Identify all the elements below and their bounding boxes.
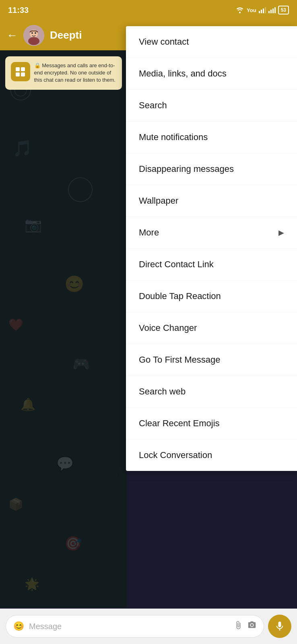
menu-item-media-links-docs[interactable]: Media, links, and docs (126, 58, 297, 90)
svg-text:🌟: 🌟 (25, 577, 40, 591)
message-placeholder[interactable]: Message (29, 622, 229, 631)
attach-button[interactable] (234, 621, 243, 632)
svg-rect-7 (272, 8, 274, 13)
mic-icon (274, 621, 285, 632)
battery-icon: 53 (278, 6, 289, 14)
mic-button[interactable] (268, 615, 291, 638)
svg-rect-4 (265, 7, 266, 13)
back-button[interactable]: ← (6, 29, 18, 42)
context-menu: View contactMedia, links, and docsSearch… (126, 26, 297, 471)
menu-item-disappearing-messages[interactable]: Disappearing messages (126, 153, 297, 185)
menu-label-lock-conversation: Lock Conversation (139, 450, 212, 460)
message-input-field[interactable]: 😊 Message (6, 615, 264, 638)
svg-text:🔔: 🔔 (21, 397, 36, 412)
menu-item-mute-notifications[interactable]: Mute notifications (126, 122, 297, 153)
menu-item-search-web[interactable]: Search web (126, 376, 297, 408)
svg-point-0 (239, 12, 241, 13)
menu-label-wallpaper: Wallpaper (139, 196, 178, 206)
menu-item-search[interactable]: Search (126, 90, 297, 122)
status-bar: 11:33 You 53 (0, 0, 297, 20)
status-icons: You 53 (235, 6, 289, 14)
security-notice: 🔒 Messages and calls are end-to-end encr… (5, 56, 122, 90)
svg-point-17 (68, 178, 92, 202)
avatar-image (23, 25, 44, 46)
menu-label-clear-recent-emojis: Clear Recent Emojis (139, 418, 220, 429)
svg-rect-6 (270, 10, 272, 13)
menu-label-more: More (139, 227, 159, 238)
menu-item-voice-changer[interactable]: Voice Changer (126, 312, 297, 344)
status-time: 11:33 (8, 6, 29, 15)
chat-background: 🎵 📷 😊 ❤️ 🎮 🔔 💬 📦 🎯 🌟 (0, 50, 127, 608)
security-message: Messages and calls are end-to-end encryp… (34, 62, 116, 83)
menu-label-search-web: Search web (139, 386, 186, 397)
camera-button[interactable] (248, 621, 256, 632)
menu-item-lock-conversation[interactable]: Lock Conversation (126, 440, 297, 471)
signal-icon1 (259, 7, 266, 13)
grid-icon (16, 67, 25, 76)
menu-item-view-contact[interactable]: View contact (126, 26, 297, 58)
svg-text:😊: 😊 (64, 275, 85, 293)
emoji-button[interactable]: 😊 (13, 621, 24, 632)
menu-label-search: Search (139, 100, 167, 111)
svg-text:❤️: ❤️ (8, 318, 24, 332)
svg-rect-2 (261, 10, 262, 13)
menu-item-clear-recent-emojis[interactable]: Clear Recent Emojis (126, 408, 297, 440)
chevron-right-icon: ▶ (278, 228, 284, 237)
svg-text:🎮: 🎮 (72, 355, 90, 372)
svg-text:📷: 📷 (25, 216, 42, 233)
svg-point-13 (35, 32, 36, 34)
menu-label-go-to-first-message: Go To First Message (139, 355, 221, 365)
lock-icon-inline: 🔒 (34, 62, 41, 68)
menu-label-disappearing-messages: Disappearing messages (139, 164, 234, 174)
menu-item-double-tap-reaction[interactable]: Double Tap Reaction (126, 281, 297, 312)
chat-content-area: 🔒 Messages and calls are end-to-end encr… (0, 50, 127, 101)
menu-item-direct-contact-link[interactable]: Direct Contact Link (126, 249, 297, 281)
svg-text:💬: 💬 (56, 455, 74, 472)
menu-item-more[interactable]: More▶ (126, 217, 297, 249)
menu-label-media-links-docs: Media, links, and docs (139, 68, 227, 79)
menu-label-mute-notifications: Mute notifications (139, 132, 208, 142)
svg-point-12 (31, 32, 33, 34)
svg-rect-3 (263, 8, 264, 13)
menu-item-go-to-first-message[interactable]: Go To First Message (126, 344, 297, 376)
svg-text:🎵: 🎵 (12, 139, 33, 158)
menu-label-double-tap-reaction: Double Tap Reaction (139, 291, 221, 301)
input-bar: 😊 Message (0, 609, 297, 644)
menu-label-voice-changer: Voice Changer (139, 323, 197, 333)
security-icon-box (11, 62, 30, 81)
network-icon: You (247, 7, 256, 13)
menu-label-view-contact: View contact (139, 37, 189, 47)
wifi-icon (235, 7, 244, 13)
signal-icon2 (268, 7, 276, 13)
security-text: 🔒 Messages and calls are end-to-end encr… (34, 62, 116, 84)
svg-text:🎯: 🎯 (64, 535, 82, 552)
menu-label-direct-contact-link: Direct Contact Link (139, 259, 214, 270)
svg-rect-5 (268, 11, 270, 13)
svg-point-11 (28, 37, 39, 45)
svg-text:📦: 📦 (8, 497, 24, 512)
svg-rect-8 (274, 7, 276, 13)
background-doodles: 🎵 📷 😊 ❤️ 🎮 🔔 💬 📦 🎯 🌟 (0, 50, 127, 608)
svg-rect-1 (259, 11, 260, 13)
menu-item-wallpaper[interactable]: Wallpaper (126, 185, 297, 217)
avatar[interactable] (23, 25, 44, 46)
